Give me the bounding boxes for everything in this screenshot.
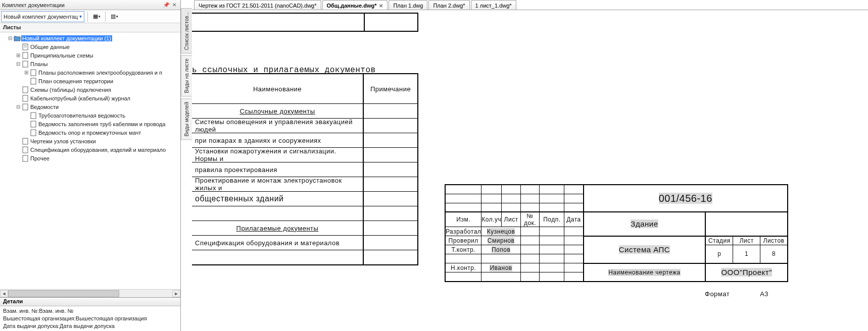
sheet-icon (21, 86, 29, 93)
expand-icon[interactable]: ⊞ (23, 70, 29, 75)
svg-rect-3 (23, 52, 28, 59)
separator (105, 12, 106, 22)
sidetab-layout-views[interactable]: Виды на листе (181, 55, 192, 96)
ref-docs-table: Наименование Примечание Ссылочные докуме… (192, 73, 418, 265)
toolbar-btn-2[interactable]: ▥▾ (109, 11, 120, 22)
documentation-panel: Комплект документации 📌 ✕ Новый комплект… (0, 0, 181, 331)
expand-icon[interactable]: ⊞ (15, 52, 21, 58)
svg-rect-10 (31, 113, 36, 119)
pin-icon[interactable]: 📌 (162, 1, 170, 9)
tree-root-label: Новый комплект документации (1) (21, 35, 112, 41)
stamp-table: 001/456-16 Изм. Кол.уч Лист № док. Подп.… (445, 184, 788, 282)
sheet-icon (21, 95, 29, 102)
tab-plan1[interactable]: План 1.dwg (389, 0, 427, 10)
ncheck-name: Иванов (490, 264, 512, 271)
sidetab-sheets-list[interactable]: Список листов... (181, 8, 192, 53)
close-icon[interactable]: ✕ (170, 1, 178, 9)
doc-code: 001/456-16 (659, 193, 712, 204)
panel-header: Комплект документации 📌 ✕ (0, 0, 180, 10)
tree-root[interactable]: ⊟ Новый комплект документации (1) (0, 34, 180, 42)
svg-rect-12 (31, 130, 36, 136)
check-name: Смирнов (488, 237, 514, 244)
svg-rect-7 (23, 87, 28, 93)
tab-common-data[interactable]: Общ.данные.dwg*✕ (322, 0, 388, 10)
svg-rect-13 (23, 138, 28, 144)
details-body: Взам. инв. №:Взам. инв. № Вышестоящая ор… (0, 306, 180, 331)
sheet-icon (29, 121, 37, 128)
col-note: Примечание (364, 74, 417, 103)
sheet-icon (29, 69, 37, 76)
scroll-right-icon[interactable]: ► (172, 290, 180, 297)
scroll-thumb[interactable] (8, 290, 119, 297)
document-tabs: Чертеж из ГОСТ 21.501-2011 (nanoCAD).dwg… (192, 0, 868, 10)
side-tabs: Список листов... Виды на листе Виды моде… (181, 8, 192, 141)
svg-rect-5 (31, 70, 36, 76)
details-section: Детали Взам. инв. №:Взам. инв. № Вышесто… (0, 297, 180, 331)
org-name: ООО"Проект" (721, 268, 772, 277)
separator (87, 12, 88, 22)
tree-item-v2[interactable]: Ведомость заполнения труб кабелями и про… (0, 120, 180, 128)
sheet-icon (21, 43, 29, 50)
sheet-icon (21, 52, 29, 59)
combo-label: Новый комплект документац (4, 14, 78, 20)
panel-toolbar: Новый комплект документац ▾ ▦▾ ▥▾ (0, 10, 180, 23)
sub-ref: Ссылочные документы (192, 104, 364, 118)
building-name: Здание (631, 219, 658, 228)
svg-rect-4 (23, 61, 28, 67)
sheet-icon (29, 112, 37, 119)
tree: ⊟ Новый комплект документации (1) Общие … (0, 33, 180, 162)
drawing-canvas[interactable]: ь ссылочных и прилагаемых документов Наи… (192, 10, 868, 331)
collapse-icon[interactable]: ⊟ (15, 104, 21, 109)
collapse-icon[interactable]: ⊟ (15, 61, 21, 67)
collapse-icon[interactable]: ⊟ (7, 35, 13, 41)
tab-plan2[interactable]: План 2.dwg* (428, 0, 469, 10)
svg-rect-11 (31, 121, 36, 127)
sheet-icon (21, 155, 29, 162)
tree-item-v3[interactable]: Ведомость опор и промежуточных мачт (0, 128, 180, 137)
h-scrollbar[interactable]: ◄ ► (0, 289, 180, 297)
system-name: Система АПС (619, 245, 670, 254)
scroll-left-icon[interactable]: ◄ (0, 290, 8, 297)
tree-item-nodes[interactable]: Чертежи узлов установки (0, 137, 180, 145)
tree-item-conn[interactable]: Схемы (таблицы) подключения (0, 85, 180, 94)
tree-item-common[interactable]: Общие данные (0, 42, 180, 51)
docset-combo[interactable]: Новый комплект документац ▾ (1, 11, 84, 22)
svg-rect-14 (23, 147, 28, 153)
tree-item-plans[interactable]: ⊟ Планы (0, 60, 180, 68)
tree-caption: Листы (0, 23, 180, 32)
tree-item-cable[interactable]: Кабельнотрубный (кабельный) журнал (0, 94, 180, 102)
sub-att: Прилагаемые документы (192, 221, 364, 235)
sidetab-model-views[interactable]: Виды моделей (181, 98, 192, 140)
fragment-top (192, 13, 418, 32)
tree-item-spec[interactable]: Спецификация оборудования, изделий и мат… (0, 145, 180, 154)
panel-title: Комплект документации (2, 2, 65, 8)
sheet-icon (21, 103, 29, 111)
tree-item-plan-elec[interactable]: ⊞ Планы расположения электрооборудования… (0, 68, 180, 77)
tree-item-other[interactable]: Прочее (0, 154, 180, 162)
svg-rect-6 (31, 78, 36, 84)
col-name: Наименование (192, 74, 364, 103)
sheet-icon (29, 129, 37, 136)
drawing-name: Наименование чертежа (608, 269, 680, 276)
folder-icon (13, 35, 21, 42)
sheet-icon (21, 138, 29, 145)
tcheck-name: Попов (492, 246, 510, 253)
tree-item-v1[interactable]: Трубозаготовительная ведомость (0, 111, 180, 120)
title-block: 001/456-16 Изм. Кол.уч Лист № док. Подп.… (445, 184, 788, 282)
dev-name: Кузнецов (487, 228, 515, 235)
details-title: Детали (0, 298, 180, 306)
toolbar-btn-1[interactable]: ▦▾ (91, 11, 102, 22)
tree-wrap: ⊟ Новый комплект документации (1) Общие … (0, 32, 180, 297)
svg-rect-9 (23, 104, 28, 110)
tab-gost[interactable]: Чертеж из ГОСТ 21.501-2011 (nanoCAD).dwg… (194, 0, 321, 10)
chevron-down-icon: ▾ (79, 14, 82, 19)
svg-rect-8 (23, 95, 28, 101)
sheet-icon (21, 61, 29, 68)
format-label: Формат А3 (705, 290, 768, 298)
tree-item-schemes[interactable]: ⊞ Принципиальные схемы (0, 51, 180, 60)
close-tab-icon[interactable]: ✕ (379, 3, 383, 9)
tree-item-vedom[interactable]: ⊟ Ведомости (0, 102, 180, 111)
sheet-icon (29, 78, 37, 85)
tree-item-plan-light[interactable]: План освещения территории (0, 77, 180, 85)
tab-sheet1[interactable]: 1 лист_1.dwg* (471, 0, 516, 10)
